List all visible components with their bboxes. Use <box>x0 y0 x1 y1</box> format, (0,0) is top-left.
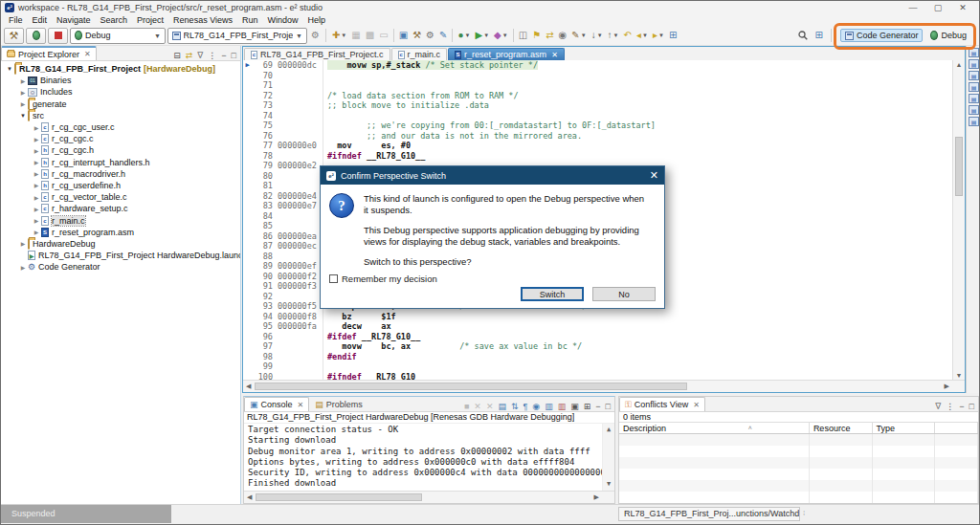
perspective-debug[interactable]: Debug <box>925 29 971 42</box>
menu-project[interactable]: Project <box>132 15 168 25</box>
launch-config-combo[interactable]: RL78_G14_FPB_First_Project ▼ <box>167 28 307 44</box>
tab-problems[interactable]: ▤Problems <box>309 397 368 411</box>
menu-navigate[interactable]: Navigate <box>52 15 96 25</box>
scroll-left-icon[interactable]: ◀ <box>246 383 251 390</box>
tree-item-r-cg-macrodriver-h[interactable]: ▶hr_cg_macrodriver.h <box>1 168 240 180</box>
toolbar-icon-link-with-editor[interactable]: ⇄ <box>544 28 555 43</box>
scroll-up-icon[interactable]: ▲ <box>953 61 965 68</box>
show-stderr-when-changed-icon[interactable]: ▥ <box>558 402 567 411</box>
open-perspective-icon[interactable]: ⊞ <box>813 28 825 43</box>
tree-closed-arrow-icon[interactable]: ▶ <box>18 240 28 247</box>
launch-settings-gear[interactable]: ⚙ <box>309 28 322 43</box>
scroll-left-icon[interactable]: ◀ <box>247 493 252 501</box>
link-with-editor-icon[interactable]: ⇄ <box>186 51 193 60</box>
editor-tab-r-reset-program-asm[interactable]: Sr_reset_program.asm✕ <box>448 48 565 60</box>
toolbar-icon-debug-dropdown[interactable]: ●▼ <box>456 28 472 43</box>
scrollbar-thumb[interactable] <box>955 137 963 196</box>
tree-item-r-cg-interrupt-handlers-h[interactable]: ▶hr_cg_interrupt_handlers.h <box>1 157 240 168</box>
tree-item-r-cg-cgc-user-c[interactable]: ▶cr_cg_cgc_user.c <box>1 121 240 133</box>
remember-decision-checkbox[interactable] <box>329 274 338 283</box>
editor-vertical-scrollbar[interactable]: ▲ ▼ <box>952 60 965 380</box>
perspective-code-generator[interactable]: Code Generator <box>840 29 924 42</box>
outline-view-icon[interactable]: ▤ <box>969 59 979 69</box>
column-header-resource[interactable]: Resource <box>810 423 873 433</box>
menu-run[interactable]: Run <box>237 15 263 25</box>
toolbar-icon-next-annotation[interactable]: ↓▼ <box>590 28 605 43</box>
toolbar-icon-toggle-mark[interactable]: ⚑ <box>530 28 543 43</box>
editor-tab-rl78-g14-fpb-first-project-c[interactable]: cRL78_G14_FPB_First_Project.c <box>244 48 390 60</box>
dialog-titlebar[interactable]: e² Confirm Perspective Switch ✕ <box>321 166 664 185</box>
console-horizontal-scrollbar[interactable]: ◀ ▶ <box>244 491 614 503</box>
column-header-description[interactable]: Description˄ <box>619 423 810 433</box>
filter-icon[interactable]: ∇ <box>935 402 941 411</box>
no-button[interactable]: No <box>592 287 656 301</box>
tab-conflicts-view[interactable]: ⚿ Conflicts View ✕ <box>619 397 705 411</box>
column-header-empty[interactable] <box>935 423 978 433</box>
io-registers-view-icon[interactable]: ▤ <box>969 105 979 115</box>
switch-button[interactable]: Switch <box>521 287 584 301</box>
maximize-icon[interactable]: □ <box>606 402 611 411</box>
stop-button[interactable] <box>48 28 68 44</box>
disassembly-view-icon[interactable]: ▤ <box>969 71 979 80</box>
tree-item-rl78-g14-fpb-first-project[interactable]: ▼RL78_G14_FPB_First_Project[HardwareDebu… <box>1 63 240 75</box>
maximize-button[interactable]: ▢ <box>925 3 950 12</box>
tree-closed-arrow-icon[interactable]: ▶ <box>32 182 41 188</box>
maximize-icon[interactable]: □ <box>232 51 236 60</box>
menu-file[interactable]: File <box>4 15 28 25</box>
tree-item-r-cg-cgc-h[interactable]: ▶hr_cg_cgc.h <box>1 144 240 156</box>
menu-search[interactable]: Search <box>96 15 133 25</box>
tree-closed-arrow-icon[interactable]: ▶ <box>32 206 41 212</box>
collapse-all-icon[interactable]: ⊟ <box>173 51 181 60</box>
menu-window[interactable]: Window <box>263 15 303 25</box>
open-console-icon[interactable]: ⊞ <box>584 402 591 411</box>
tree-item-binaries[interactable]: ▶01Binaries <box>1 75 240 86</box>
minimize-icon[interactable]: − <box>221 51 226 60</box>
menu-help[interactable]: Help <box>303 15 331 25</box>
tree-item-rl78-g14-fpb-first-project-hardwaredebug-launch[interactable]: ▶RL78_G14_FPB_First_Project HardwareDebu… <box>1 250 240 261</box>
view-menu-icon[interactable]: ⋮ <box>208 51 216 60</box>
terminate-icon[interactable]: ■ <box>464 402 469 411</box>
tree-closed-arrow-icon[interactable]: ▶ <box>18 100 28 107</box>
project-tree[interactable]: ▼RL78_G14_FPB_First_Project[HardwareDebu… <box>1 61 240 504</box>
tree-closed-arrow-icon[interactable]: ▶ <box>32 147 41 154</box>
minimize-icon[interactable]: − <box>595 402 600 411</box>
toolbar-icon-new-wizard[interactable]: ✚▼ <box>330 28 348 43</box>
tree-item-code-generator[interactable]: ▶⚙Code Generator <box>1 261 240 273</box>
tree-closed-arrow-icon[interactable]: ▶ <box>32 159 41 165</box>
minimize-button[interactable]: — <box>901 3 925 12</box>
toolbar-icon-print[interactable]: ▭ <box>377 28 390 43</box>
tree-item-r-reset-program-asm[interactable]: ▶Sr_reset_program.asm <box>1 227 240 238</box>
close-button[interactable]: ✕ <box>950 3 975 12</box>
column-header-type[interactable]: Type <box>873 423 936 433</box>
conflicts-table-rows[interactable] <box>619 434 978 503</box>
maximize-icon[interactable]: □ <box>969 402 974 411</box>
tree-closed-arrow-icon[interactable]: ▶ <box>32 170 41 177</box>
tree-closed-arrow-icon[interactable]: ▶ <box>18 264 28 271</box>
scrollbar-thumb[interactable] <box>255 383 687 390</box>
remove-all-terminated-icon[interactable]: ✕ <box>486 402 494 411</box>
view-menu-icon[interactable]: ⋮ <box>946 402 954 411</box>
tree-closed-arrow-icon[interactable]: ▶ <box>18 77 28 84</box>
tree-closed-arrow-icon[interactable]: ▶ <box>18 89 28 96</box>
scrollbar-thumb[interactable] <box>256 493 422 501</box>
scroll-lock-icon[interactable]: ⇅ <box>511 402 519 411</box>
close-icon[interactable]: ✕ <box>693 401 700 409</box>
debug-launch-button[interactable] <box>26 28 46 44</box>
close-icon[interactable]: ✕ <box>551 51 558 59</box>
tab-console[interactable]: ▣Console✕ <box>244 397 309 411</box>
registers-view-icon[interactable]: ▤ <box>969 82 979 92</box>
scroll-up-icon[interactable]: ▲ <box>603 425 614 435</box>
close-icon[interactable]: ✕ <box>298 401 304 409</box>
toolbar-icon-build-all[interactable]: ⚒ <box>411 28 423 43</box>
console-vertical-scrollbar[interactable]: ▲ ▼ <box>602 424 614 491</box>
tree-open-arrow-icon[interactable]: ▼ <box>5 66 14 72</box>
close-icon[interactable]: ✕ <box>84 50 91 58</box>
toolbar-icon-prev-annotation[interactable]: ↑▼ <box>606 28 621 43</box>
scroll-right-icon[interactable]: ▶ <box>945 383 949 390</box>
toolbar-icon-back-history[interactable]: ◂▼ <box>635 28 650 43</box>
toolbar-icon-pin-editor[interactable]: ◉ <box>557 28 569 43</box>
scroll-down-icon[interactable]: ▼ <box>603 479 614 490</box>
toolbar-icon-profile-dropdown[interactable]: ◆▼ <box>492 28 510 43</box>
tree-closed-arrow-icon[interactable]: ▶ <box>32 217 41 224</box>
clear-console-icon[interactable]: ▤ <box>498 402 506 411</box>
